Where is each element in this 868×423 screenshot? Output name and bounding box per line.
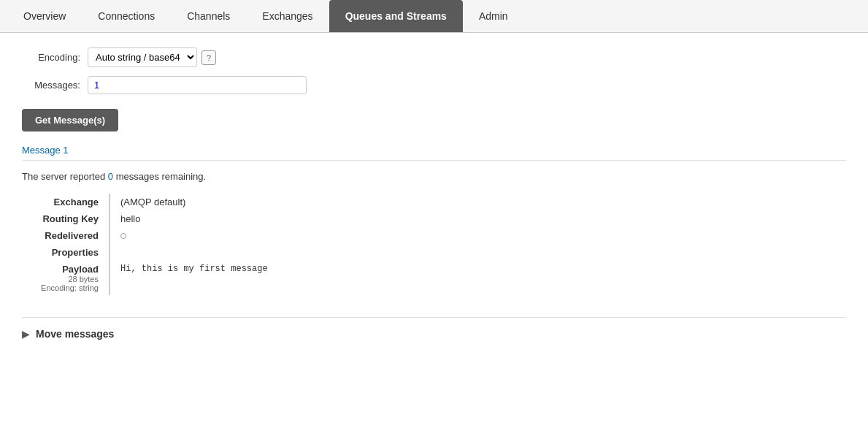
encoding-row: Encoding: Auto string / base64base64stri…: [22, 47, 846, 67]
properties-value: [110, 244, 268, 261]
tab-exchanges[interactable]: Exchanges: [246, 0, 329, 32]
properties-key: Properties: [37, 244, 110, 261]
detail-row-properties: Properties: [37, 244, 268, 261]
encoding-select[interactable]: Auto string / base64base64string: [88, 47, 197, 67]
routing-key-value: hello: [110, 210, 268, 227]
payload-key-label: Payload: [37, 264, 99, 275]
payload-encoding: Encoding: string: [37, 283, 99, 292]
detail-row-exchange: Exchange (AMQP default): [37, 194, 268, 210]
tab-overview[interactable]: Overview: [7, 0, 82, 32]
move-chevron-icon[interactable]: ▶: [22, 328, 30, 340]
tab-connections[interactable]: Connections: [82, 0, 171, 32]
redelivered-key: Redelivered: [37, 227, 110, 244]
payload-size: 28 bytes: [37, 275, 99, 283]
move-messages-label[interactable]: Move messages: [36, 328, 114, 340]
tab-queues-streams[interactable]: Queues and Streams: [329, 0, 463, 32]
help-button[interactable]: ?: [201, 50, 216, 65]
server-note-zero: 0: [108, 171, 113, 182]
exchange-value: (AMQP default): [110, 194, 268, 210]
detail-row-payload: Payload 28 bytes Encoding: string Hi, th…: [37, 261, 268, 295]
payload-key: Payload 28 bytes Encoding: string: [37, 261, 110, 295]
main-content: Encoding: Auto string / base64base64stri…: [0, 33, 868, 354]
detail-row-routing-key: Routing Key hello: [37, 210, 268, 227]
nav-tabs: Overview Connections Channels Exchanges …: [0, 0, 868, 33]
redelivered-value: [110, 227, 268, 244]
get-messages-button[interactable]: Get Message(s): [22, 109, 118, 132]
server-note-prefix: The server reported: [22, 171, 108, 182]
messages-input[interactable]: [88, 76, 307, 94]
detail-row-redelivered: Redelivered: [37, 227, 268, 244]
payload-value: Hi, this is my first message: [110, 261, 268, 295]
messages-label: Messages:: [22, 80, 88, 91]
encoding-label: Encoding:: [22, 52, 88, 63]
messages-row: Messages:: [22, 76, 846, 94]
tab-admin[interactable]: Admin: [463, 0, 524, 32]
tab-channels[interactable]: Channels: [171, 0, 246, 32]
redelivered-circle-icon: [120, 233, 126, 239]
routing-key-key: Routing Key: [37, 210, 110, 227]
message-detail: Exchange (AMQP default) Routing Key hell…: [37, 194, 268, 295]
move-messages-section: ▶ Move messages: [22, 317, 846, 340]
server-note-suffix: messages remaining.: [113, 171, 206, 182]
server-note: The server reported 0 messages remaining…: [22, 171, 846, 182]
message-heading: Message 1: [22, 145, 846, 161]
exchange-key: Exchange: [37, 194, 110, 210]
